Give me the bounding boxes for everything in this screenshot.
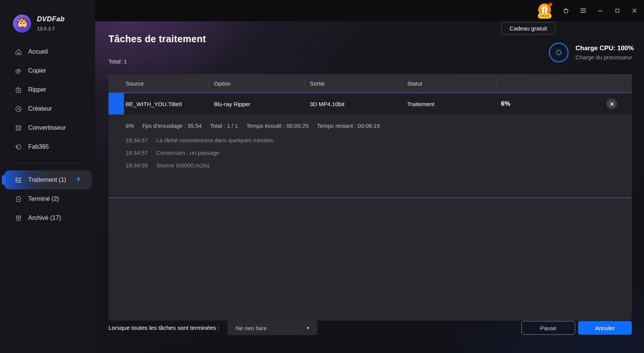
sidebar-item-traitement[interactable]: Traitement (1)	[5, 170, 92, 189]
column-header-source: Source	[108, 74, 209, 92]
when-done-select[interactable]: Ne rien faire ▼	[227, 321, 317, 335]
cancel-task-icon[interactable]	[606, 99, 617, 109]
stat-progress: 6%	[126, 122, 134, 129]
stat-total: Total : 1 / 1	[210, 122, 238, 129]
film-icon	[14, 124, 22, 132]
log-line: 16:34:57 Conversion : un passage	[126, 146, 632, 159]
log-message: Conversion : un passage	[156, 146, 219, 159]
footer-bar: Lorsque toutes les tâches sont terminées…	[108, 321, 632, 335]
log-message: Source (00000.m2ts)	[156, 159, 209, 172]
row-source: BE_WITH_YOU.Title0	[108, 93, 209, 114]
log-time: 16:34:59	[126, 159, 148, 172]
sidebar: DVDFab 13.0.3.7 Accueil Copier	[0, 0, 95, 353]
app-version: 13.0.3.7	[37, 26, 65, 32]
clipboard-check-icon	[14, 195, 22, 203]
sidebar-item-termine[interactable]: Terminé (2)	[0, 189, 95, 208]
sidebar-item-archive[interactable]: Archivé (17)	[0, 208, 95, 227]
task-list-icon	[14, 176, 22, 184]
task-table: Source Option Sortie Statut BE_WITH_YOU.…	[108, 74, 632, 321]
sidebar-item-label: Traitement (1)	[28, 176, 66, 183]
sidebar-item-accueil[interactable]: Accueil	[0, 42, 95, 61]
log-time: 16:34:57	[126, 146, 148, 159]
table-row[interactable]: BE_WITH_YOU.Title0 Blu-ray Ripper 3D MP4…	[108, 93, 632, 114]
sidebar-item-label: Copier	[28, 67, 46, 74]
home-icon	[14, 48, 22, 56]
column-header-progress	[497, 74, 632, 92]
app-window: DVDFab 13.0.3.7 Accueil Copier	[0, 0, 644, 353]
task-log: 16:34:57 La tâche commencera dans quelqu…	[126, 134, 632, 172]
column-header-statut: Statut	[402, 74, 497, 92]
sidebar-item-label: Archivé (17)	[28, 215, 61, 221]
pause-button[interactable]: Pause	[521, 321, 575, 335]
sidebar-item-label: Accueil	[28, 48, 48, 55]
dvdfab-monkey-logo-icon	[13, 14, 31, 33]
sidebar-nav-modules: Accueil Copier Ripper Créateur	[0, 42, 95, 156]
stat-elapsed: Temps écoulé : 00:00:25	[246, 122, 308, 129]
free-gift-tooltip[interactable]: Cadeau gratuit	[501, 22, 555, 35]
cpu-chip-icon	[549, 43, 569, 62]
cpu-load-caption: Charge du processeur	[575, 54, 634, 60]
stat-fps: Fps d'encodage : 35.54	[142, 122, 202, 129]
sidebar-item-label: Terminé (2)	[28, 196, 59, 202]
when-done-label: Lorsque toutes les tâches sont terminées…	[108, 324, 219, 331]
cpu-load-value: Charge CPU: 100%	[575, 45, 634, 52]
maximize-icon[interactable]	[614, 7, 621, 14]
sidebar-item-label: Ripper	[28, 86, 46, 93]
sidebar-item-label: Créateur	[28, 105, 52, 112]
sidebar-item-fab365[interactable]: Fab365	[0, 137, 95, 156]
archive-box-icon	[14, 214, 22, 222]
chevron-down-icon: ▼	[306, 326, 317, 330]
minimize-icon[interactable]	[596, 7, 604, 14]
app-logo-block: DVDFab 13.0.3.7	[0, 0, 95, 33]
row-status: Traitement	[402, 93, 497, 114]
sidebar-item-createur[interactable]: Créateur	[0, 99, 95, 118]
column-header-option: Option	[209, 74, 304, 92]
fab365-monkey-icon	[14, 143, 22, 151]
task-detail-panel: 6% Fps d'encodage : 35.54 Total : 1 / 1 …	[108, 114, 632, 198]
close-icon[interactable]	[631, 7, 638, 14]
table-header-row: Source Option Sortie Statut	[108, 74, 632, 93]
total-count: Total: 1	[108, 58, 127, 65]
store-cart-icon[interactable]	[562, 7, 570, 14]
ripper-disc-icon	[14, 86, 22, 94]
cancel-button[interactable]: Annuler	[578, 321, 632, 335]
row-output: 3D MP4.10bit	[304, 93, 402, 114]
when-done-selected-value: Ne rien faire	[227, 325, 306, 331]
log-message: La tâche commencera dans quelques minute…	[156, 134, 274, 146]
active-item-indicator	[2, 175, 6, 185]
main-area: Cadeau gratuit Tâches de traitement Tota…	[95, 21, 644, 353]
log-line: 16:34:59 Source (00000.m2ts)	[126, 159, 632, 172]
sidebar-item-convertisseur[interactable]: Convertisseur	[0, 118, 95, 137]
creator-disc-icon	[14, 105, 22, 113]
row-option: Blu-ray Ripper	[209, 93, 304, 114]
sidebar-item-label: Fab365	[28, 143, 49, 150]
menu-icon[interactable]	[579, 7, 587, 14]
copy-disc-icon	[14, 67, 22, 75]
sidebar-item-label: Convertisseur	[28, 124, 66, 131]
sidebar-item-copier[interactable]: Copier	[0, 61, 95, 80]
sidebar-divider	[14, 163, 81, 164]
titlebar: FREE	[95, 0, 644, 21]
stat-remaining: Temps restant : 00:06:19	[317, 122, 380, 129]
log-line: 16:34:57 La tâche commencera dans quelqu…	[126, 134, 632, 146]
free-gift-icon[interactable]: FREE	[537, 3, 553, 19]
app-name: DVDFab	[37, 15, 65, 23]
encoding-stats-line: 6% Fps d'encodage : 35.54 Total : 1 / 1 …	[126, 114, 632, 129]
sidebar-nav-queues: Traitement (1) Terminé (2) Archivé (17)	[0, 170, 95, 227]
column-header-sortie: Sortie	[304, 74, 402, 92]
free-badge: FREE	[538, 13, 552, 19]
notification-dot	[549, 3, 552, 6]
page-title: Tâches de traitement	[108, 33, 206, 45]
sidebar-item-ripper[interactable]: Ripper	[0, 80, 95, 99]
lightning-icon	[75, 176, 82, 184]
log-time: 16:34:57	[126, 134, 148, 146]
cpu-load-widget: Charge CPU: 100% Charge du processeur	[549, 43, 634, 62]
